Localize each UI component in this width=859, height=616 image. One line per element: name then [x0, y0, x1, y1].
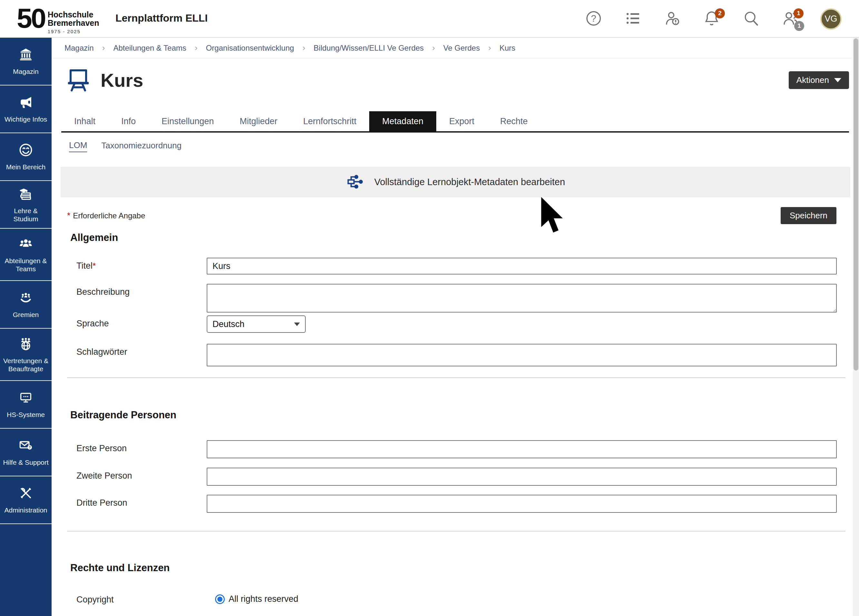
sidebar-item-label: Magazin — [13, 67, 38, 75]
sidebar-item-magazin[interactable]: Magazin — [0, 38, 52, 86]
tab-einstellungen[interactable]: Einstellungen — [148, 111, 226, 131]
breadcrumb-kurs[interactable]: Kurs — [500, 44, 515, 53]
page-title: Kurs — [101, 69, 143, 91]
subtab-lom[interactable]: LOM — [69, 140, 87, 152]
help-button[interactable]: ? — [584, 10, 603, 28]
form-row-erste-person: Erste Person — [52, 440, 853, 458]
subtab-bar: LOM Taxonomiezuordnung — [69, 140, 853, 152]
sidebar-item-hs-systeme[interactable]: HS-Systeme — [0, 381, 52, 428]
main-sidebar: Magazin Wichtige Infos Mein Bereich Lehr… — [0, 38, 52, 616]
user-avatar[interactable]: VG — [820, 8, 842, 30]
tab-rechte[interactable]: Rechte — [487, 111, 541, 131]
megaphone-icon — [19, 95, 33, 111]
sprache-selected-value: Deutsch — [212, 319, 294, 329]
breadcrumb-abteilungen-teams[interactable]: Abteilungen & Teams — [113, 44, 186, 53]
page-title-row: Kurs Aktionen — [52, 67, 853, 93]
form-row-dritte-person: Dritte Person — [52, 495, 853, 513]
search-button[interactable] — [742, 10, 760, 28]
tab-mitglieder[interactable]: Mitglieder — [226, 111, 290, 131]
dritte-person-label: Dritte Person — [77, 495, 207, 508]
todo-list-button[interactable] — [624, 10, 642, 28]
section-divider — [67, 531, 845, 532]
user-pending-icon — [664, 10, 681, 28]
notifications-button[interactable]: 2 — [702, 10, 721, 28]
erste-person-input[interactable] — [207, 440, 837, 458]
breadcrumb-separator: › — [488, 43, 491, 53]
erste-person-label: Erste Person — [77, 440, 207, 453]
copyright-option-label: All rights reserved — [229, 594, 298, 604]
sidebar-item-vertretungen-beauftragte[interactable]: Vertretungen & Beauftragte — [0, 328, 52, 381]
logo-line1: Hochschule — [48, 10, 99, 19]
tab-metadaten[interactable]: Metadaten — [369, 111, 436, 131]
monitor-icon — [19, 390, 33, 406]
search-icon — [742, 10, 760, 28]
required-star: * — [67, 211, 70, 220]
zweite-person-input[interactable] — [207, 467, 837, 486]
copyright-radio-selected[interactable] — [215, 594, 225, 604]
sidebar-item-gremien[interactable]: Gremien — [0, 281, 52, 328]
sidebar-item-label: Gremien — [13, 311, 39, 319]
people-group-icon — [19, 236, 33, 253]
actions-button[interactable]: Aktionen — [789, 71, 849, 89]
breadcrumb-organisationsentwicklung[interactable]: Organisationsentwicklung — [206, 44, 294, 53]
sidebar-item-wichtige-infos[interactable]: Wichtige Infos — [0, 86, 52, 133]
sprache-label: Sprache — [77, 316, 207, 328]
notifications-badge: 2 — [715, 8, 725, 19]
titel-label: Titel* — [77, 258, 207, 271]
tab-lernfortschritt[interactable]: Lernfortschritt — [290, 111, 369, 131]
breadcrumb-magazin[interactable]: Magazin — [64, 44, 94, 53]
sprache-select[interactable]: Deutsch — [207, 316, 306, 333]
hochschule-bremerhaven-logo[interactable]: 50 Hochschule Bremerhaven 1975 - 2025 — [17, 3, 99, 34]
sidebar-item-abteilungen-teams[interactable]: Abteilungen & Teams — [0, 229, 52, 281]
sidebar-item-label: Wichtige Infos — [5, 115, 47, 123]
hand-people-icon — [19, 290, 33, 306]
titel-required-star: * — [92, 261, 96, 270]
section-heading-beitragende-personen: Beitragende Personen — [70, 409, 853, 421]
sidebar-item-label: Administration — [4, 506, 47, 514]
sidebar-item-label: Hilfe & Support — [3, 458, 48, 466]
tab-info[interactable]: Info — [108, 111, 148, 131]
awaited-actions-button[interactable] — [663, 10, 682, 28]
breadcrumb-separator: › — [102, 43, 105, 53]
logo-anniversary-number: 50 — [17, 3, 45, 34]
schlagwoerter-label: Schlagwörter — [77, 344, 207, 357]
sidebar-item-mein-bereich[interactable]: Mein Bereich — [0, 133, 52, 181]
beschreibung-label: Beschreibung — [77, 284, 207, 297]
vertical-scrollbar-track[interactable] — [853, 38, 859, 616]
save-button[interactable]: Speichern — [781, 207, 836, 224]
breadcrumb-separator: › — [432, 43, 435, 53]
beschreibung-textarea[interactable] — [207, 284, 837, 313]
app-title: Lernplattform ELLI — [116, 12, 208, 24]
sidebar-item-lehre-studium[interactable]: Lehre & Studium — [0, 181, 52, 229]
course-easel-icon — [66, 67, 91, 93]
schlagwoerter-input[interactable] — [207, 344, 837, 366]
header-icon-bar: ? — [584, 0, 842, 38]
form-toolbar: *Erforderliche Angabe Speichern — [52, 207, 853, 224]
svg-text:?: ? — [591, 13, 596, 23]
chevron-down-icon — [834, 78, 841, 82]
form-row-sprache: Sprache Deutsch — [52, 316, 853, 333]
sidebar-item-hilfe-support[interactable]: ? Hilfe & Support — [0, 428, 52, 476]
sidebar-item-label: Mein Bereich — [6, 163, 46, 171]
list-icon — [624, 10, 642, 28]
sidebar-item-administration[interactable]: Administration — [0, 476, 52, 524]
globe-people-icon — [19, 336, 33, 352]
sidebar-item-label: Lehre & Studium — [1, 207, 51, 223]
form-row-copyright: Copyright All rights reserved — [52, 591, 853, 605]
breadcrumb-ve-gerdes[interactable]: Ve Gerdes — [444, 44, 480, 53]
tab-inhalt[interactable]: Inhalt — [61, 111, 108, 131]
tab-export[interactable]: Export — [436, 111, 487, 131]
help-icon: ? — [585, 10, 602, 28]
zweite-person-label: Zweite Person — [77, 467, 207, 481]
contacts-button[interactable]: 1 1 — [781, 10, 800, 28]
edit-full-metadata-link[interactable]: Vollständige Lernobjekt-Metadaten bearbe… — [61, 167, 850, 197]
subtab-taxonomiezuordnung[interactable]: Taxonomiezuordnung — [101, 141, 181, 152]
contacts-badge-top: 1 — [793, 8, 804, 19]
breadcrumb-bildung-wissen[interactable]: Bildung/Wissen/ELLI Ve Gerdes — [314, 44, 424, 53]
dritte-person-input[interactable] — [207, 495, 837, 513]
vertical-scrollbar-thumb[interactable] — [854, 38, 858, 371]
titel-input[interactable] — [207, 258, 837, 274]
required-note: *Erforderliche Angabe — [67, 211, 145, 220]
bank-icon — [19, 47, 33, 63]
copyright-label: Copyright — [77, 591, 207, 605]
